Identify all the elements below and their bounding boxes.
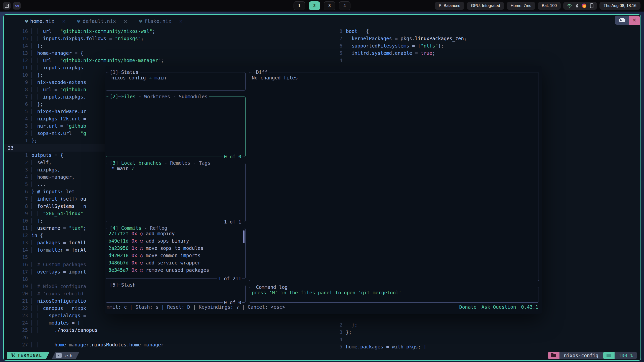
power-profile-chip[interactable]: P: Balanced	[435, 2, 464, 10]
line-text: };	[31, 42, 43, 50]
commits-count: 1 of 211	[217, 275, 242, 282]
status-bar-left: Vim TERMINAL >_ zsh	[7, 352, 79, 359]
ping-chip[interactable]: Home: 7ms	[507, 2, 535, 10]
code-line[interactable]: 8boot = {	[330, 28, 640, 35]
workspace-button-3[interactable]: 3	[324, 1, 335, 10]
line-number: 12	[4, 232, 31, 239]
editor-pane-right-top: 8boot = {7 kernelPackages = pkgs.linuxPa…	[330, 28, 640, 64]
ask-question-link[interactable]: Ask Question	[481, 303, 516, 311]
nix-shell-icon[interactable]: $N	[13, 2, 21, 10]
commit-row[interactable]: 8e345a7 0x ○ remove unused packages	[108, 266, 243, 274]
line-text: sops-nix.url = "g	[31, 130, 86, 137]
code-line[interactable]: 4	[330, 57, 640, 64]
code-line[interactable]: 4	[330, 336, 640, 343]
line-text: url = "github:nix-community/home-manager…	[31, 57, 164, 64]
tab-label: default.nix	[83, 18, 116, 24]
code-line[interactable]: 14 };	[4, 42, 329, 50]
lazygit-branches-panel[interactable]: [3]─Local branches - Remotes - Tags * ma…	[106, 163, 246, 222]
line-number: 6	[330, 42, 346, 50]
code-line[interactable]: 25 ./hosts/canopus	[4, 327, 329, 334]
lazygit-command-log-panel[interactable]: ─Command log press 'M' in the files pane…	[249, 287, 539, 303]
topbar: $N 1234 P: Balanced GPU: Integrated Home…	[0, 0, 644, 12]
lazygit-status-panel[interactable]: [1]─Status nixos-config → main	[106, 72, 246, 90]
line-number: 3	[330, 329, 346, 336]
line-text: formatter = forAl	[31, 246, 86, 254]
donate-link[interactable]: Donate	[459, 303, 476, 311]
project-name: nixos-config	[559, 352, 603, 359]
code-line[interactable]: 6 supportedFilesystems = ["ntfs"];	[330, 42, 640, 50]
tab-home.nix[interactable]: ❄home.nix×	[24, 18, 66, 24]
commit-row[interactable]: 2a23950 0x ○ move sops to modules	[108, 245, 243, 252]
toggle-button[interactable]	[615, 16, 629, 25]
commit-row[interactable]: 9486b7d 0x ○ add service-wrapper	[108, 259, 243, 266]
tab-flake.nix[interactable]: ❄flake.nix×	[138, 18, 183, 24]
lazygit-diff-panel[interactable]: ─Diff No changed files	[249, 72, 539, 281]
line-number: 14	[4, 246, 31, 254]
code-line[interactable]: 2 };	[330, 321, 640, 329]
tab-close-icon[interactable]: ×	[179, 19, 183, 24]
line-number: 11	[4, 64, 31, 71]
line-number: 8	[4, 86, 31, 93]
commit-node-icon: ○	[140, 253, 143, 258]
tab-close-icon[interactable]: ×	[62, 19, 66, 24]
line-number: 1	[4, 152, 31, 159]
line-text: outputs = {	[31, 152, 63, 159]
line-number: 5	[4, 108, 31, 115]
gpu-chip[interactable]: GPU: Integrated	[467, 2, 504, 10]
line-text: modules = [	[31, 319, 80, 327]
line-number: 26	[4, 334, 31, 341]
line-number: 23	[4, 144, 31, 152]
status-bar: Vim TERMINAL >_ zsh nixos-config 100 %	[4, 351, 640, 360]
line-text: };	[346, 329, 352, 336]
workspace-button-4[interactable]: 4	[339, 1, 350, 10]
clock[interactable]: Thu Aug 08, 18:16	[599, 2, 640, 10]
line-number: 6	[4, 188, 31, 195]
window-close-button[interactable]: ✕	[629, 16, 640, 25]
line-number: 11	[4, 224, 31, 232]
tab-default.nix[interactable]: ❄default.nix×	[77, 18, 128, 24]
line-text: in {	[31, 232, 43, 239]
workspace-button-1[interactable]: 1	[294, 1, 305, 10]
code-line[interactable]: 12 url = "github:nix-community/home-mana…	[4, 57, 329, 64]
code-line[interactable]: 26	[4, 334, 329, 341]
code-line[interactable]: 7 kernelPackages = pkgs.linuxPackages_ze…	[330, 35, 640, 42]
commits-scrollbar[interactable]	[243, 230, 245, 243]
commit-row[interactable]: d920218 0x ○ move common imports	[108, 252, 243, 259]
code-line[interactable]: 5home.packages = with pkgs; [	[330, 343, 640, 350]
lazygit-stash-panel[interactable]: [5]─Stash 0 of 0	[106, 285, 246, 303]
line-text: home.packages = with pkgs; [	[346, 343, 426, 350]
battery-chip[interactable]: Bat: 100	[538, 2, 561, 10]
list-chip	[603, 352, 615, 359]
line-text: canopus = nixpk	[31, 305, 86, 312]
code-line[interactable]: 24 modules = [	[4, 319, 329, 327]
code-line[interactable]: 3};	[330, 329, 640, 336]
apps-grid-icon[interactable]	[3, 2, 11, 10]
lazygit-right-column: ─Diff No changed files ─Command log pres…	[249, 72, 539, 303]
scroll-percent: 100 %	[615, 352, 637, 359]
files-panel-title: [2]─Files - Worktrees - Submodules	[108, 93, 209, 100]
code-line[interactable]: 15 inputs.nixpkgs.follows = "nixpkgs";	[4, 35, 329, 42]
line-number: 3	[4, 166, 31, 173]
line-number: 2	[4, 130, 31, 137]
diff-body-text: No changed files	[252, 74, 536, 81]
shell-tab[interactable]: >_ zsh	[52, 352, 79, 359]
line-text: };	[346, 321, 357, 329]
commit-row[interactable]: b49ef1d 0x ○ add sops binary	[108, 237, 243, 245]
code-line[interactable]: 27 home-manager.nixosModules.home-manage…	[4, 341, 329, 348]
line-number: 4	[330, 336, 346, 343]
nix-snowflake-icon: ❄	[77, 19, 81, 24]
tab-close-icon[interactable]: ×	[124, 19, 127, 24]
lazygit-commits-panel[interactable]: [4]─Commits - Reflog 2717f2f 0x ○ add mo…	[106, 228, 246, 279]
code-line[interactable]: 13 home-manager = {	[4, 50, 329, 57]
lazygit-files-panel[interactable]: [2]─Files - Worktrees - Submodules 0 of …	[106, 97, 246, 157]
line-number: 8	[330, 28, 346, 35]
line-text: ...	[31, 181, 46, 188]
code-line[interactable]: 16 url = "github:nix-community/nixos-wsl…	[4, 28, 329, 35]
files-count: 0 of 0	[223, 153, 242, 160]
line-text: username = "tux";	[31, 224, 86, 232]
launcher-group: $N	[3, 2, 21, 10]
workspace-button-2[interactable]: 2	[309, 1, 320, 10]
folder-icon	[551, 354, 556, 357]
system-tray[interactable]	[563, 2, 597, 10]
code-line[interactable]: 5 initrd.systemd.enable = true;	[330, 50, 640, 57]
